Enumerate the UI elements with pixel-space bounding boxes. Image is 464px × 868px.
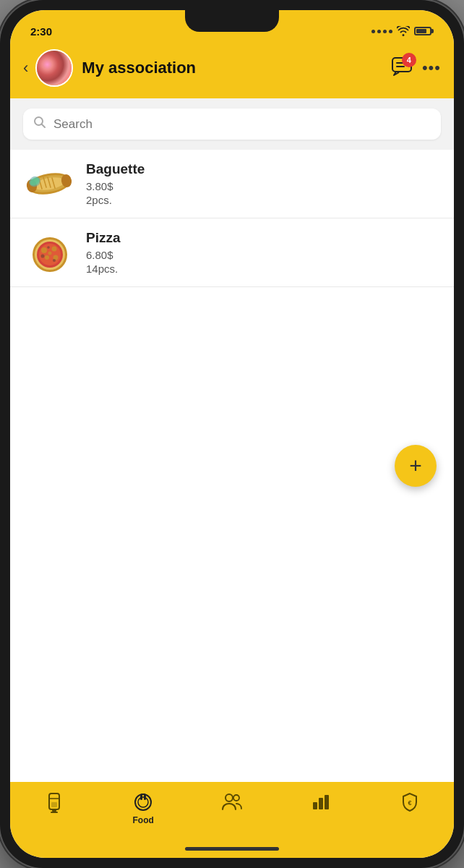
baguette-svg (26, 170, 73, 197)
header-actions: 4 ••• (392, 57, 441, 79)
home-bar (185, 847, 279, 851)
pizza-name: Pizza (86, 230, 438, 246)
nav-item-drink[interactable] (10, 789, 99, 817)
svg-point-38 (225, 794, 233, 801)
svg-rect-30 (51, 802, 57, 807)
svg-point-26 (53, 259, 56, 262)
search-container (10, 98, 454, 150)
svg-rect-31 (52, 809, 56, 812)
search-icon (33, 116, 46, 132)
food-list: Baguette 3.80$ 2pcs. (10, 150, 454, 782)
baguette-name: Baguette (86, 161, 438, 177)
notification-badge: 4 (402, 53, 416, 67)
nav-item-shield[interactable]: € (365, 789, 454, 815)
status-time: 2:30 (30, 25, 52, 38)
svg-line-4 (42, 124, 46, 128)
page-title: My association (82, 59, 392, 77)
svg-point-21 (51, 246, 56, 251)
wifi-icon (397, 26, 410, 36)
svg-rect-35 (140, 794, 142, 800)
signal-icon (371, 30, 392, 33)
svg-point-34 (138, 797, 148, 807)
pizza-price: 6.80$ (86, 249, 438, 261)
baguette-qty: 2pcs. (86, 194, 438, 206)
chart-icon (312, 792, 330, 811)
nav-item-food[interactable]: Food (99, 789, 188, 825)
more-button[interactable]: ••• (422, 59, 441, 77)
baguette-image (26, 164, 73, 204)
phone-shell: 2:30 (0, 0, 464, 868)
svg-point-20 (41, 247, 47, 253)
add-button[interactable]: + (395, 445, 437, 487)
baguette-price: 3.80$ (86, 180, 438, 192)
food-icon (133, 792, 153, 812)
notch (185, 10, 279, 32)
svg-point-25 (40, 254, 44, 258)
svg-point-27 (47, 246, 50, 249)
svg-point-24 (48, 251, 51, 255)
svg-rect-36 (144, 794, 146, 800)
list-item[interactable]: Pizza 6.80$ 14pcs. (10, 218, 454, 287)
baguette-info: Baguette 3.80$ 2pcs. (86, 161, 438, 206)
bottom-nav: Food (10, 782, 454, 847)
drink-icon (45, 792, 64, 814)
content-area: Baguette 3.80$ 2pcs. (10, 98, 454, 782)
battery-icon (414, 27, 434, 35)
content-spacer: + (10, 287, 454, 504)
nav-item-chart[interactable] (276, 789, 365, 814)
people-icon (221, 792, 243, 811)
pizza-qty: 14pcs. (86, 263, 438, 275)
back-button[interactable]: ‹ (23, 59, 28, 77)
nav-label-food: Food (133, 815, 154, 825)
status-icons (371, 26, 434, 36)
svg-rect-41 (319, 798, 323, 809)
svg-rect-40 (313, 802, 317, 809)
search-input[interactable] (53, 117, 431, 132)
add-icon: + (409, 454, 422, 478)
chat-button[interactable]: 4 (392, 57, 412, 79)
pizza-image (26, 233, 73, 273)
avatar-image (37, 51, 72, 85)
svg-point-39 (233, 795, 239, 801)
home-indicator (10, 847, 454, 858)
list-item[interactable]: Baguette 3.80$ 2pcs. (10, 150, 454, 218)
avatar (35, 49, 73, 87)
svg-point-22 (45, 255, 49, 260)
app-header: ‹ My association 4 ••• (10, 42, 454, 98)
nav-item-people[interactable] (188, 789, 277, 814)
pizza-info: Pizza 6.80$ 14pcs. (86, 230, 438, 275)
phone-screen: 2:30 (10, 10, 454, 858)
pizza-svg (28, 233, 72, 273)
svg-text:€: € (408, 799, 411, 807)
svg-rect-42 (325, 795, 329, 809)
svg-rect-32 (51, 812, 58, 813)
shield-icon: € (401, 792, 418, 812)
search-box[interactable] (23, 109, 441, 140)
